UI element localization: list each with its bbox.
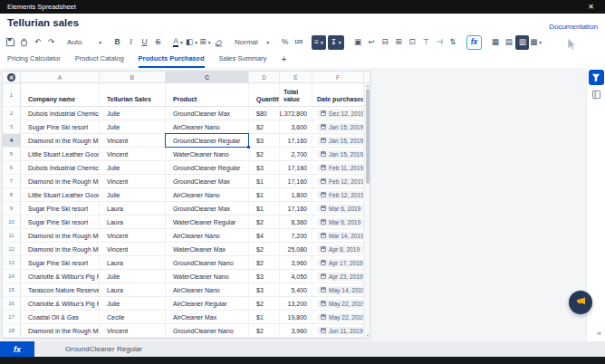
scroll-down-icon[interactable]: ▾ [365, 333, 370, 338]
more-tools-button[interactable]: ▩▾ [529, 35, 543, 50]
vertical-align-button[interactable]: ↧▾ [328, 35, 344, 50]
row-number[interactable]: 17 [3, 311, 21, 324]
cell-rep[interactable]: Vincent [100, 134, 166, 148]
chart-button[interactable]: ▤ [502, 35, 515, 50]
cell-date[interactable]: May 22, 2019 [312, 297, 364, 311]
cell-date[interactable]: Mar 6, 2019 [312, 202, 364, 216]
cell-style-button[interactable]: Normal▾ [232, 35, 272, 50]
vertical-scrollbar[interactable]: ▴ ▾ [364, 83, 370, 338]
row-number[interactable]: 8 [3, 188, 21, 202]
cell-product[interactable]: AirCleaner Nano [166, 120, 249, 134]
row-number[interactable]: 4 [3, 134, 21, 148]
cell-date[interactable]: Feb 11, 2019 [312, 161, 364, 175]
cell-product[interactable]: GroundCleaner Nano [166, 324, 249, 338]
cell-product[interactable]: AirCleaner Max [166, 311, 249, 324]
cell-total[interactable]: 3,600 [280, 120, 312, 134]
cell-rep[interactable]: Laura [100, 283, 166, 297]
select-all-icon[interactable]: ▦ [7, 73, 15, 81]
table-button[interactable]: ▦ [488, 35, 502, 50]
cell-rep[interactable]: Julie [100, 297, 166, 311]
freeze-columns-button[interactable]: ⊣ [433, 35, 447, 50]
cell-rep[interactable]: Vincent [100, 175, 166, 188]
clear-format-button[interactable] [212, 35, 226, 50]
cell-total[interactable]: 2,700 [280, 148, 312, 161]
row-number[interactable]: 13 [3, 256, 21, 270]
cell-quantity[interactable]: $2 [249, 148, 280, 161]
row-number[interactable]: 1 [3, 83, 21, 107]
wrap-text-button[interactable]: ↩ [365, 35, 379, 50]
cell-product[interactable]: WaterCleaner Max [166, 243, 249, 256]
insert-row-button[interactable]: ⊟ [379, 35, 392, 50]
cell-quantity[interactable]: $3 [249, 283, 280, 297]
cell-total[interactable]: 17,160 [280, 175, 312, 188]
cell-product[interactable]: GroundCleaner Max [166, 107, 249, 120]
cell-quantity[interactable]: $3 [249, 161, 280, 175]
cell-total[interactable]: 7,200 [280, 229, 312, 243]
cell-total[interactable]: 13,200 [280, 297, 312, 311]
cell-company[interactable]: Dubois Industrial Chemicals [21, 161, 100, 175]
cell-company[interactable]: Diamond in the Rough Mine [21, 243, 100, 256]
cell-quantity[interactable]: $1 [249, 202, 280, 216]
cell-company[interactable]: Charlotte & Wilbur's Pig Farm [21, 270, 100, 283]
cell-rep[interactable]: Julie [100, 270, 166, 283]
tab-products-purchased[interactable]: Products Purchased [139, 54, 205, 68]
cell-company[interactable]: Diamond in the Rough Mine [21, 324, 100, 338]
cell-product[interactable]: GroundCleaner Max [166, 175, 249, 188]
cell-date[interactable]: Apr 8, 2019 [312, 243, 364, 256]
cell-company[interactable]: Sugar Pine Ski resort [21, 120, 100, 134]
row-number[interactable]: 11 [3, 229, 21, 243]
formula-input[interactable]: GroundCleaner Regular [34, 341, 605, 357]
row-number[interactable]: 2 [3, 107, 21, 120]
documentation-link[interactable]: Documentation [549, 23, 598, 31]
row-number[interactable]: 5 [3, 148, 21, 161]
format-painter-button[interactable] [17, 35, 31, 50]
cell-total[interactable]: 3,960 [280, 324, 312, 338]
cell-total[interactable]: 25,080 [280, 243, 312, 256]
cell-product[interactable]: AirCleaner Regular [166, 297, 249, 311]
number-format-button[interactable]: 123 [292, 35, 305, 50]
sheet-panel-button[interactable]: ▥ [515, 35, 529, 50]
cell-rep[interactable]: Julie [100, 161, 166, 175]
cell-company[interactable]: Charlotte & Wilbur's Pig Farm [21, 297, 100, 311]
cell-company[interactable]: Diamond in the Rough Mine [21, 175, 100, 188]
header-product[interactable]: Product [166, 83, 249, 107]
collapse-rail-icon[interactable]: « [597, 329, 601, 338]
cell-total[interactable]: 17,160 [280, 134, 312, 148]
insert-column-button[interactable]: ⊞ [392, 35, 406, 50]
cell-company[interactable]: Diamond in the Rough Mine [21, 229, 100, 243]
cell-quantity[interactable]: $2 [249, 256, 280, 270]
cell-total[interactable]: 3,960 [280, 256, 312, 270]
cell-rep[interactable]: Laura [100, 202, 166, 216]
cell-quantity[interactable]: $2 [249, 120, 280, 134]
cell-product[interactable]: WaterCleaner Nano [166, 148, 249, 161]
cell-product[interactable]: AirCleaner Nano [166, 229, 249, 243]
column-header-e[interactable]: E [280, 72, 312, 82]
cell-quantity[interactable]: $4 [249, 229, 280, 243]
horizontal-align-button[interactable]: ≡▾ [312, 35, 326, 50]
cell-rep[interactable]: Vincent [100, 148, 166, 161]
cell-quantity[interactable]: $1 [249, 311, 280, 324]
cell-product[interactable]: GroundCleaner Nano [166, 256, 249, 270]
cell-quantity[interactable]: $1 [249, 188, 280, 202]
header-rep[interactable]: Tellurian Sales [100, 83, 166, 107]
cell-company[interactable]: Sugar Pine Ski resort [21, 216, 100, 229]
column-header-b[interactable]: B [100, 72, 166, 82]
cell-quantity[interactable]: $2 [249, 324, 280, 338]
cell-rep[interactable]: Vincent [100, 324, 166, 338]
cell-company[interactable]: Diamond in the Rough Mine [21, 134, 100, 148]
row-number[interactable]: 15 [3, 283, 21, 297]
cell-rep[interactable]: Laura [100, 216, 166, 229]
underline-button[interactable]: U [138, 35, 151, 50]
cell-company[interactable]: Coastal Oil & Gas [21, 311, 100, 324]
cell-product[interactable]: AirCleaner Nano [166, 283, 249, 297]
tab-product-catalog[interactable]: Product Catalog [75, 54, 124, 68]
percent-format-button[interactable]: % [278, 35, 292, 50]
cell-product[interactable]: GroundCleaner Regular [166, 134, 249, 148]
save-button[interactable] [4, 35, 17, 50]
column-header-d[interactable]: D [249, 72, 280, 82]
cell-quantity[interactable]: $2 [249, 216, 280, 229]
fill-color-button[interactable]: ◧▾ [185, 35, 198, 50]
cell-rep[interactable]: Laura [100, 256, 166, 270]
cell-total[interactable]: 1,372,800 [280, 107, 312, 120]
cell-product[interactable]: WaterCleaner Regular [166, 216, 249, 229]
